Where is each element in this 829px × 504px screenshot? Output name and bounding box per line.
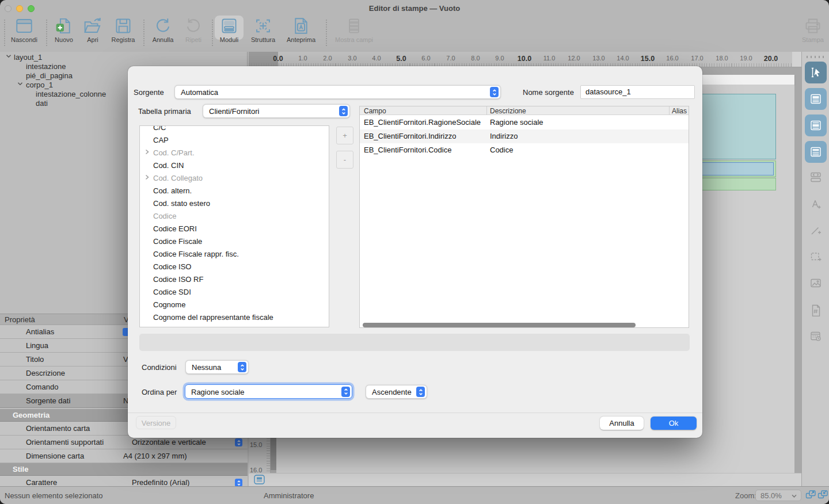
band-icon: [809, 92, 823, 106]
horizontal-scrollbar[interactable]: [363, 323, 636, 327]
line-icon: [809, 223, 823, 237]
ruler-number: 4.0: [367, 55, 386, 62]
titlebar[interactable]: Editor di stampe — Vuoto: [0, 0, 829, 16]
stepper-icon[interactable]: [235, 479, 242, 487]
ruler-number: 16.0: [663, 55, 682, 62]
ruler-number: 18.0: [712, 55, 732, 62]
ruler-number: 2.0: [318, 55, 337, 62]
image-icon: [809, 276, 823, 290]
stepper-icon[interactable]: [235, 438, 242, 446]
source-select[interactable]: Automatica: [174, 85, 501, 99]
field-item[interactable]: C/C: [140, 125, 329, 134]
primary-table-select[interactable]: Clienti/Fornitori: [203, 104, 350, 118]
line-tool: [805, 219, 827, 241]
toolbar-button-moduli[interactable]: Moduli: [211, 16, 248, 43]
field-item[interactable]: Codice EORI: [140, 223, 329, 235]
source-name-input[interactable]: datasource_1: [580, 85, 695, 99]
tree-item-pie-di-pagina[interactable]: pié_di_pagina: [26, 71, 73, 80]
chevron-right-icon[interactable]: [145, 149, 149, 155]
order-direction-value: Ascendente: [372, 388, 412, 396]
chevron-down-icon[interactable]: [6, 54, 12, 58]
select-tool[interactable]: [805, 62, 827, 83]
toolbar-button-label: Ripeti: [175, 36, 212, 43]
column-header-alias[interactable]: Alias: [672, 107, 687, 115]
tree-item-layout1[interactable]: layout_1: [14, 53, 42, 62]
field-item[interactable]: Codice Fiscale: [140, 235, 329, 248]
column-header-descrizione[interactable]: Descrizione: [490, 107, 526, 115]
dialog-footer-divider: [128, 413, 702, 413]
cancel-button[interactable]: Annulla: [600, 417, 644, 430]
cursor-icon: [809, 66, 823, 79]
canvas-scroll-strip[interactable]: [249, 473, 801, 486]
stepper-icon: [238, 362, 246, 372]
property-row[interactable]: Dimensione carta A4 (210 x 297 mm): [0, 449, 248, 463]
toolbar-button-registra[interactable]: Registra: [105, 16, 142, 43]
tree-item-dati[interactable]: dati: [36, 99, 48, 108]
tree-item-corpo1[interactable]: corpo_1: [26, 81, 53, 89]
zoom-fit-page-icon[interactable]: [805, 490, 816, 500]
zoom-label: Zoom:: [735, 491, 756, 500]
toolbar-button-anteprima[interactable]: Anteprima: [283, 16, 320, 43]
calendar-clock-icon: [809, 329, 823, 343]
chevron-down-icon[interactable]: [17, 82, 23, 86]
toolbar-button-label: Mostra campi: [333, 36, 375, 43]
ok-button[interactable]: Ok: [651, 417, 697, 430]
order-by-select[interactable]: Ragione sociale: [185, 384, 352, 399]
remove-field-button[interactable]: -: [336, 151, 353, 169]
order-direction-select[interactable]: Ascendente: [366, 385, 427, 399]
field-item[interactable]: Codice ISO RF: [140, 273, 329, 286]
panel-drag-handle[interactable]: [807, 56, 825, 58]
band-tool-1[interactable]: [805, 88, 827, 110]
available-fields-list[interactable]: C/C CAP Cod. C/Part. Cod. CIN Cod. Colle…: [139, 125, 329, 327]
page-number-icon: [809, 303, 823, 316]
page-navigator-icon[interactable]: [254, 475, 265, 484]
window-title: Editor di stampe — Vuoto: [0, 4, 829, 13]
order-by-value: Ragione sociale: [191, 387, 245, 396]
redo-icon: [184, 16, 203, 36]
field-item[interactable]: CAP: [140, 134, 329, 147]
band-tool-3[interactable]: [805, 141, 827, 163]
ruler-number: 15.0: [638, 55, 657, 63]
conditions-select[interactable]: Nessuna: [185, 360, 249, 374]
source-name-label: Nome sorgente: [523, 88, 574, 97]
add-field-button[interactable]: +: [336, 127, 353, 144]
table-row[interactable]: EB_ClientiFornitori.RagioneSocialeRagion…: [360, 116, 689, 129]
conditions-value: Nessuna: [192, 363, 221, 372]
field-item[interactable]: Codice Fiscale rappr. fisc.: [140, 248, 329, 261]
ruler-number: 20.0: [761, 55, 781, 63]
chevron-right-icon[interactable]: [145, 174, 149, 180]
new-document-icon: [54, 16, 74, 36]
band-tool-2[interactable]: [805, 114, 827, 136]
horizontal-ruler: 0.0 1.0 2.0 3.0 4.0 5.0 6.0 7.0 8.0 9.0 …: [249, 52, 792, 67]
toolbar-button-label: Stampa: [794, 36, 829, 43]
field-item[interactable]: Cod. C/Part.: [140, 147, 329, 159]
tree-item-intestazione[interactable]: intestazione: [26, 62, 66, 71]
table-row[interactable]: EB_ClientiFornitori.CodiceCodice: [360, 143, 689, 157]
field-item[interactable]: Codice SDI: [140, 286, 329, 299]
field-item[interactable]: Cod. CIN: [140, 159, 329, 172]
toolbar-button-struttura[interactable]: Struttura: [245, 16, 282, 43]
rectangle-tool: [805, 246, 827, 268]
zoom-dropdown[interactable]: 85.0%: [755, 490, 801, 501]
selected-fields-table[interactable]: Campo Descrizione Alias EB_ClientiFornit…: [359, 106, 689, 328]
field-item[interactable]: Cognome del rappresentante fiscale: [140, 311, 329, 324]
toolbar-button-nascondi[interactable]: Nascondi: [6, 16, 43, 43]
checkbox-partial-icon[interactable]: [123, 328, 128, 336]
text-icon: [809, 197, 823, 211]
field-item[interactable]: Codice ISO: [140, 261, 329, 273]
field-item[interactable]: Cod. stato estero: [140, 197, 329, 210]
stepper-icon: [490, 87, 499, 97]
field-item[interactable]: Cod. Collegato: [140, 172, 329, 185]
table-row[interactable]: EB_ClientiFornitori.IndirizzoIndirizzo: [360, 129, 689, 143]
vruler-number: 16.0: [250, 467, 262, 473]
section-title: Geometria: [13, 411, 50, 419]
column-header-campo[interactable]: Campo: [364, 107, 386, 115]
field-item[interactable]: Codice: [140, 210, 329, 223]
column-divider: [486, 106, 487, 115]
field-item[interactable]: Cod. altern.: [140, 185, 329, 197]
tree-item-intestazione-colonne[interactable]: intestazione_colonne: [36, 90, 106, 98]
ruler-number: 17.0: [687, 55, 707, 62]
field-item[interactable]: Cognome: [140, 299, 329, 311]
zoom-fit-width-icon[interactable]: [817, 490, 828, 500]
vruler-number: 15.0: [250, 441, 262, 448]
